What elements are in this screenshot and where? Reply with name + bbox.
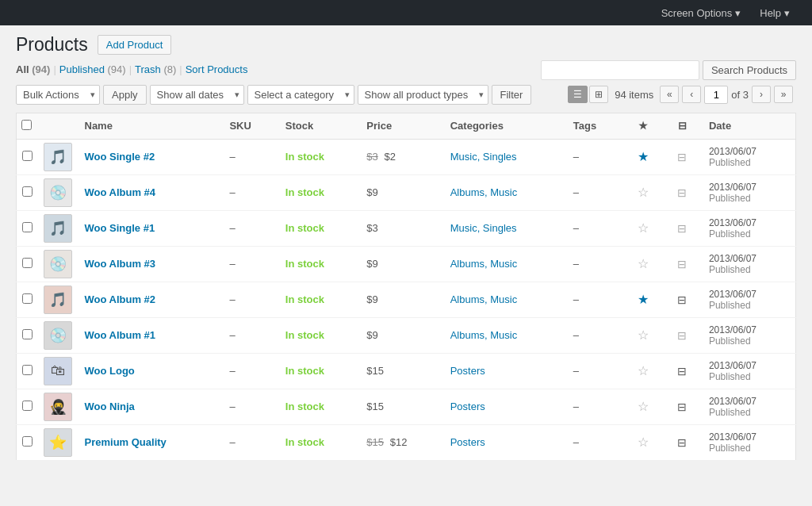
row-checkbox[interactable] xyxy=(22,401,33,411)
product-category-link[interactable]: Albums, Music xyxy=(450,186,518,198)
product-category-link[interactable]: Posters xyxy=(450,401,485,412)
product-type-icon[interactable]: ⊟ xyxy=(677,258,687,270)
thumb-emoji: 💿 xyxy=(49,327,67,344)
product-type-icon[interactable]: ⊟ xyxy=(677,293,687,306)
search-input[interactable] xyxy=(541,60,699,80)
row-checkbox[interactable] xyxy=(22,329,33,339)
featured-star-icon[interactable]: ★ xyxy=(638,150,649,163)
bulk-actions-select[interactable]: Bulk Actions xyxy=(16,85,100,105)
col-categories[interactable]: Categories xyxy=(442,113,565,139)
product-type-icon[interactable]: ⊟ xyxy=(677,365,687,378)
product-name-link[interactable]: Woo Album #2 xyxy=(85,293,156,305)
col-type[interactable]: ⊟ xyxy=(663,113,700,139)
product-status: Published xyxy=(709,264,787,275)
featured-star-icon[interactable]: ☆ xyxy=(638,328,649,342)
row-checkbox[interactable] xyxy=(22,293,33,304)
row-categories-cell: Albums, Music xyxy=(442,246,565,282)
admin-bar-right: Screen Options ▾ Help ▾ xyxy=(652,0,799,25)
next-page-button[interactable]: › xyxy=(752,86,771,103)
row-thumb-cell: ⭐ xyxy=(39,424,77,460)
col-name[interactable]: Name xyxy=(77,113,222,139)
search-products-button[interactable]: Search Products xyxy=(703,60,796,80)
last-page-button[interactable]: » xyxy=(774,86,793,103)
page-title: Products xyxy=(16,33,88,57)
first-page-button[interactable]: « xyxy=(660,86,679,103)
product-tags: – xyxy=(573,186,579,198)
dates-select[interactable]: Show all dates xyxy=(150,85,244,105)
row-checkbox[interactable] xyxy=(22,258,33,268)
add-product-button[interactable]: Add Product xyxy=(98,35,172,55)
row-checkbox[interactable] xyxy=(22,151,33,161)
product-type-icon[interactable]: ⊟ xyxy=(677,401,687,413)
sort-products-link[interactable]: Sort Products xyxy=(186,63,248,75)
product-type-icon[interactable]: ⊟ xyxy=(677,329,687,342)
all-filter-link[interactable]: All (94) xyxy=(16,63,50,75)
row-checkbox[interactable] xyxy=(22,222,33,232)
featured-star-icon[interactable]: ☆ xyxy=(638,435,649,449)
row-tags-cell: – xyxy=(565,282,623,317)
category-select[interactable]: Select a category xyxy=(247,85,354,105)
product-name-link[interactable]: Woo Single #2 xyxy=(85,151,155,163)
product-type-icon[interactable]: ⊟ xyxy=(677,151,687,163)
product-type-icon[interactable]: ⊟ xyxy=(677,186,687,199)
col-stock[interactable]: Stock xyxy=(278,113,359,139)
row-checkbox[interactable] xyxy=(22,365,33,375)
row-tags-cell: – xyxy=(565,139,623,174)
featured-star-icon[interactable]: ☆ xyxy=(638,186,649,199)
list-view-button[interactable]: ☰ xyxy=(568,86,588,103)
current-page-input[interactable] xyxy=(704,86,728,104)
product-category-link[interactable]: Albums, Music xyxy=(450,258,518,270)
featured-star-icon[interactable]: ☆ xyxy=(638,400,649,413)
row-checkbox[interactable] xyxy=(22,186,33,197)
product-name-link[interactable]: Woo Album #3 xyxy=(85,258,156,270)
featured-star-icon[interactable]: ☆ xyxy=(638,221,649,235)
filter-button[interactable]: Filter xyxy=(492,85,532,105)
col-tags[interactable]: Tags xyxy=(565,113,623,139)
main-wrap: Products Add Product Search Products All… xyxy=(0,25,812,506)
help-button[interactable]: Help ▾ xyxy=(750,0,799,25)
product-category-link[interactable]: Albums, Music xyxy=(450,329,518,341)
featured-star-icon[interactable]: ☆ xyxy=(638,257,649,270)
product-name-link[interactable]: Woo Album #4 xyxy=(85,186,156,198)
grid-view-button[interactable]: ⊞ xyxy=(589,86,608,103)
product-name-link[interactable]: Woo Album #1 xyxy=(85,329,156,341)
trash-filter-link[interactable]: Trash (8) xyxy=(135,63,176,75)
product-name-link[interactable]: Woo Logo xyxy=(85,365,135,377)
select-all-checkbox[interactable] xyxy=(21,120,32,130)
row-thumb-cell: 🎵 xyxy=(39,210,77,246)
product-category-link[interactable]: Music, Singles xyxy=(450,151,517,163)
row-sku-cell: – xyxy=(221,282,277,317)
row-type-cell: ⊟ xyxy=(663,389,700,424)
col-price[interactable]: Price xyxy=(358,113,442,139)
product-type-icon[interactable]: ⊟ xyxy=(677,436,687,449)
product-category-link[interactable]: Music, Singles xyxy=(450,222,517,234)
product-status: Published xyxy=(709,371,787,382)
col-sku[interactable]: SKU xyxy=(221,113,277,139)
product-name-link[interactable]: Premium Quality xyxy=(85,436,167,448)
product-sku: – xyxy=(229,329,235,341)
featured-star-icon[interactable]: ★ xyxy=(638,293,649,306)
apply-button[interactable]: Apply xyxy=(103,85,147,105)
prev-page-button[interactable]: ‹ xyxy=(682,86,701,103)
product-name-link[interactable]: Woo Single #1 xyxy=(85,222,155,234)
col-date[interactable]: Date xyxy=(701,113,796,139)
type-select[interactable]: Show all product types xyxy=(358,85,488,105)
col-featured[interactable]: ★ xyxy=(623,113,663,139)
product-thumbnail: 🎵 xyxy=(44,286,72,314)
product-name-link[interactable]: Woo Ninja xyxy=(85,401,135,412)
screen-options-button[interactable]: Screen Options ▾ xyxy=(652,0,751,25)
product-stock: In stock xyxy=(285,365,324,377)
product-category-link[interactable]: Albums, Music xyxy=(450,293,518,305)
product-category-link[interactable]: Posters xyxy=(450,436,485,448)
featured-star-icon[interactable]: ☆ xyxy=(638,364,649,378)
row-checkbox[interactable] xyxy=(22,436,33,447)
thumb-emoji: 💿 xyxy=(49,184,67,201)
product-date: 2013/06/07 xyxy=(709,146,787,157)
row-date-cell: 2013/06/07 Published xyxy=(701,210,796,246)
product-sku: – xyxy=(229,222,235,234)
row-name-cell: Woo Album #2 xyxy=(77,282,222,317)
published-filter-link[interactable]: Published (94) xyxy=(59,63,126,75)
product-type-icon[interactable]: ⊟ xyxy=(677,222,687,235)
product-stock: In stock xyxy=(285,329,324,341)
product-category-link[interactable]: Posters xyxy=(450,365,485,377)
